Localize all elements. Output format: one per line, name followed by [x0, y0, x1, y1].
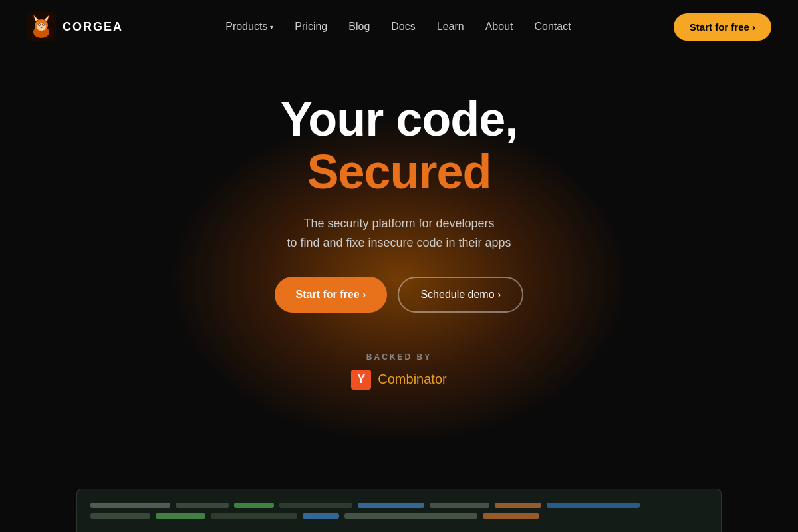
svg-point-11: [43, 24, 44, 25]
yc-name: Combinator: [378, 372, 446, 387]
code-line-1: [90, 503, 708, 508]
hero-content: Your code, Secured The security platform…: [275, 93, 524, 313]
hero-title: Your code, Secured: [275, 93, 524, 198]
nav-cta-button[interactable]: Start for free ›: [674, 13, 771, 41]
code-seg: [90, 503, 170, 508]
code-line-2: [90, 513, 708, 519]
code-seg: [234, 503, 274, 508]
code-seg: [279, 503, 352, 508]
backed-by-label: BACKED BY: [366, 352, 432, 362]
yc-badge: Y Combinator: [351, 370, 446, 390]
code-seg: [495, 503, 541, 508]
code-seg: [430, 503, 489, 508]
nav-blog[interactable]: Blog: [348, 21, 370, 32]
code-seg: [547, 503, 640, 508]
navbar: CORGEA Products ▾ Pricing Blog Docs Lear…: [0, 0, 798, 53]
nav-learn[interactable]: Learn: [437, 21, 464, 32]
code-seg: [358, 503, 424, 508]
svg-point-9: [42, 23, 45, 26]
code-seg: [156, 513, 205, 519]
yc-logo: Y: [351, 370, 371, 390]
code-preview: [76, 489, 722, 532]
code-seg: [211, 513, 297, 519]
hero-section: Your code, Secured The security platform…: [0, 53, 798, 313]
nav-products[interactable]: Products ▾: [225, 21, 273, 33]
nav-links: Products ▾ Pricing Blog Docs Learn About…: [225, 21, 571, 33]
code-seg: [483, 513, 539, 519]
hero-start-free-button[interactable]: Start for free ›: [275, 277, 388, 313]
backed-by-section: BACKED BY Y Combinator: [0, 352, 798, 390]
nav-about[interactable]: About: [485, 21, 513, 32]
nav-pricing[interactable]: Pricing: [295, 21, 327, 32]
nav-contact[interactable]: Contact: [534, 21, 571, 32]
brand-name: CORGEA: [63, 20, 123, 34]
hero-title-white: Your code,: [281, 92, 518, 146]
nav-docs[interactable]: Docs: [391, 21, 415, 32]
code-seg: [90, 513, 150, 519]
svg-point-8: [38, 23, 41, 26]
hero-title-orange: Secured: [275, 146, 524, 198]
chevron-down-icon: ▾: [270, 23, 273, 31]
code-seg: [176, 503, 229, 508]
code-seg: [344, 513, 477, 519]
code-seg: [303, 513, 339, 519]
svg-point-10: [39, 24, 40, 25]
logo[interactable]: CORGEA: [27, 12, 123, 41]
logo-icon: [27, 12, 56, 41]
hero-buttons: Start for free › Schedule demo ›: [275, 277, 524, 313]
svg-point-12: [41, 27, 43, 28]
hero-schedule-demo-button[interactable]: Schedule demo ›: [398, 277, 523, 313]
hero-subtitle: The security platform for developers to …: [275, 214, 524, 253]
